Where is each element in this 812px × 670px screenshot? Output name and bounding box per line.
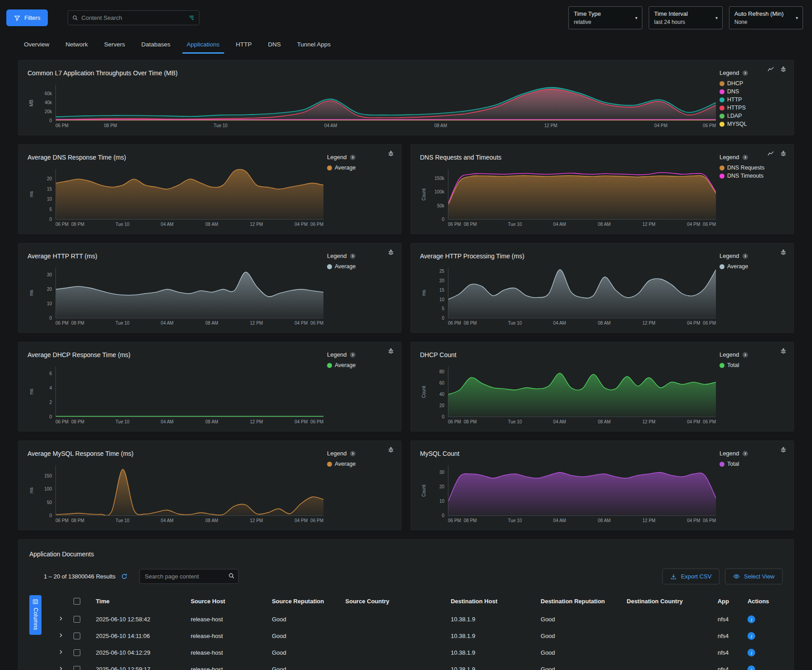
row-checkbox[interactable] — [74, 616, 80, 623]
legend-item-average[interactable]: Average — [720, 263, 786, 270]
legend-arrow-icon[interactable] — [350, 352, 356, 358]
cell-app: nfs4 — [714, 628, 744, 644]
info-icon[interactable]: i — [747, 615, 755, 623]
x-tick-label: 12 PM — [642, 222, 655, 227]
y-axis-unit: Count — [421, 386, 426, 398]
line-chart-icon[interactable] — [767, 66, 774, 73]
legend-arrow-icon[interactable] — [742, 253, 748, 259]
legend-item-dns-timeouts[interactable]: DNS Timeouts — [720, 173, 786, 179]
cell-destination-host: 10.38.1.9 — [447, 611, 537, 628]
expand-row-icon[interactable] — [58, 633, 64, 638]
cell-source-reputation: Good — [268, 611, 342, 628]
time-interval-dropdown[interactable]: Time Intervallast 24 hours▾ — [649, 6, 723, 29]
chart-plot-area[interactable] — [448, 465, 716, 516]
legend-item-https[interactable]: HTTPS — [720, 105, 786, 111]
column-header-destination-reputation[interactable]: Destination Reputation — [537, 593, 623, 611]
legend-arrow-icon[interactable] — [742, 154, 748, 161]
bug-icon[interactable] — [388, 249, 394, 256]
legend-item-total[interactable]: Total — [720, 362, 786, 368]
column-header-destination-country[interactable]: Destination Country — [623, 593, 714, 611]
column-header-source-reputation[interactable]: Source Reputation — [268, 593, 342, 611]
line-chart-icon[interactable] — [767, 150, 774, 157]
tab-servers[interactable]: Servers — [98, 37, 131, 54]
tab-dns[interactable]: DNS — [262, 37, 287, 54]
content-search-input[interactable] — [81, 14, 185, 21]
legend-item-http[interactable]: HTTP — [720, 96, 786, 103]
info-icon[interactable]: i — [747, 665, 755, 670]
cell-destination-host: 10.38.1.9 — [447, 628, 537, 644]
column-header-source-country[interactable]: Source Country — [342, 593, 448, 611]
chart-plot-area[interactable] — [448, 169, 716, 220]
column-header-time[interactable]: Time — [92, 593, 187, 611]
main-content: Common L7 Application Throughputs Over T… — [0, 54, 812, 670]
filters-button[interactable]: Filters — [6, 9, 48, 26]
legend-item-dns-requests[interactable]: DNS Requests — [720, 165, 786, 171]
legend-arrow-icon[interactable] — [742, 352, 748, 358]
y-tick-label: 20 — [47, 287, 52, 292]
export-csv-button[interactable]: Export CSV — [662, 569, 720, 584]
bug-icon[interactable] — [780, 446, 787, 453]
legend-arrow-icon[interactable] — [350, 450, 356, 457]
x-tick-label: 08 AM — [598, 222, 610, 227]
legend-item-dhcp[interactable]: DHCP — [720, 80, 786, 87]
tab-overview[interactable]: Overview — [18, 37, 55, 54]
tab-http[interactable]: HTTP — [230, 37, 258, 54]
legend-item-average[interactable]: Average — [327, 263, 394, 270]
chart-plot-area[interactable] — [448, 367, 716, 417]
chart-plot-area[interactable] — [55, 367, 323, 417]
chart-plot-area[interactable] — [55, 465, 323, 516]
tab-tunnel-apps[interactable]: Tunnel Apps — [291, 37, 337, 54]
column-header-source-host[interactable]: Source Host — [187, 593, 268, 611]
bug-icon[interactable] — [780, 249, 787, 256]
bug-icon[interactable] — [780, 66, 787, 73]
info-icon[interactable]: i — [747, 649, 755, 656]
legend-item-dns[interactable]: DNS — [720, 88, 786, 95]
row-checkbox[interactable] — [74, 649, 80, 656]
auto-refresh-min-dropdown[interactable]: Auto Refresh (Min)None▾ — [729, 6, 803, 29]
bug-icon[interactable] — [780, 348, 787, 354]
legend-arrow-icon[interactable] — [742, 450, 748, 457]
bug-icon[interactable] — [388, 446, 394, 453]
legend-arrow-icon[interactable] — [742, 70, 748, 76]
select-view-button[interactable]: Select View — [725, 569, 783, 584]
column-header-actions[interactable]: Actions — [744, 593, 783, 611]
chart-plot-area[interactable] — [55, 169, 323, 220]
chart-plot-area[interactable] — [448, 268, 716, 318]
chart-plot-area[interactable] — [55, 85, 716, 121]
chart-plot-area[interactable] — [55, 268, 323, 318]
legend-arrow-icon[interactable] — [350, 253, 356, 259]
bug-icon[interactable] — [780, 150, 787, 157]
legend-item-mysql[interactable]: MYSQL — [720, 121, 786, 127]
column-header-app[interactable]: App — [714, 593, 744, 611]
x-tick-label: 08 AM — [434, 123, 447, 128]
legend-item-average[interactable]: Average — [327, 362, 394, 368]
bug-icon[interactable] — [388, 348, 394, 354]
x-tick-label: Tue 10 — [214, 123, 228, 128]
row-checkbox[interactable] — [74, 666, 80, 670]
row-checkbox[interactable] — [74, 633, 80, 639]
x-tick-label: Tue 10 — [508, 518, 522, 523]
info-icon[interactable]: i — [747, 632, 755, 640]
legend-item-total[interactable]: Total — [720, 461, 786, 467]
expand-row-icon[interactable] — [58, 666, 64, 670]
page-search-button[interactable] — [226, 571, 236, 582]
refresh-icon[interactable] — [121, 573, 128, 580]
column-header-destination-host[interactable]: Destination Host — [447, 593, 537, 611]
tab-applications[interactable]: Applications — [181, 37, 226, 54]
bug-icon[interactable] — [388, 150, 394, 157]
legend-item-average[interactable]: Average — [327, 461, 394, 467]
columns-button[interactable]: Columns — [29, 595, 42, 635]
tab-network[interactable]: Network — [60, 37, 94, 54]
x-tick-label: 08 PM — [71, 419, 84, 424]
legend-arrow-icon[interactable] — [350, 154, 356, 161]
select-all-checkbox[interactable] — [74, 598, 80, 605]
legend-item-ldap[interactable]: LDAP — [720, 113, 786, 119]
expand-row-icon[interactable] — [58, 616, 64, 621]
y-tick-label: 20 — [47, 177, 52, 181]
expand-row-icon[interactable] — [58, 649, 64, 655]
page-search-input[interactable] — [145, 573, 226, 580]
query-language-icon[interactable] — [188, 14, 195, 21]
legend-item-average[interactable]: Average — [327, 165, 394, 171]
tab-databases[interactable]: Databases — [135, 37, 176, 54]
time-type-dropdown[interactable]: Time Typerelative▾ — [568, 6, 642, 29]
